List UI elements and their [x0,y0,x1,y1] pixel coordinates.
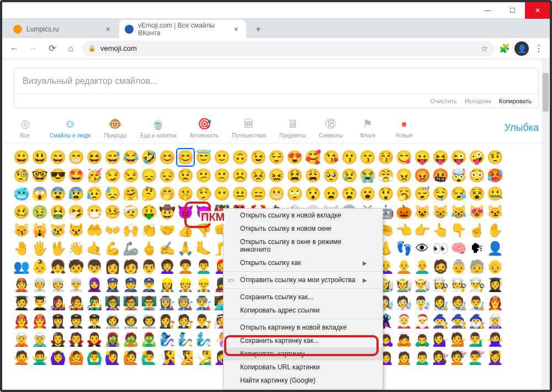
emoji-cell[interactable]: 😲 [378,186,394,202]
emoji-cell[interactable]: 😒 [123,167,139,184]
emoji-cell[interactable]: 💇‍♀️ [432,349,449,366]
emoji-cell[interactable]: 🧟‍♀️ [104,331,121,348]
emoji-cell[interactable]: 👨 [141,258,157,275]
category-Еда и напитки[interactable]: 🍵Еда и напитки [140,117,177,139]
emoji-cell[interactable]: 👮‍♂️ [141,277,157,293]
emoji-cell[interactable]: 👦 [86,258,103,275]
emoji-cell[interactable]: 🧑‍🦲 [396,258,412,275]
tab-lumpics[interactable]: Lumpics.ru × [8,20,118,38]
emoji-cell[interactable]: 🧔 [432,258,449,275]
emoji-cell[interactable]: 🧟‍♂️ [141,331,157,348]
emoji-cell[interactable]: 🧑‍⚖️ [177,313,194,330]
context-item[interactable]: Открыть ссылку в новом окне [224,222,383,235]
emoji-cell[interactable]: 🧏‍♀️ [159,349,176,366]
emoji-cell[interactable]: 😮 [359,186,376,202]
emoji-cell[interactable]: 🤫 [177,186,194,202]
reload-button[interactable]: ⟳ [44,41,60,56]
tab-vemoji[interactable]: vEmoji.com | Все смайлы ВКонта × [119,20,246,38]
emoji-cell[interactable]: 🧑‍🍳 [450,277,467,293]
emoji-cell[interactable]: 😡 [414,167,431,184]
profile-avatar[interactable]: 👤 [514,41,529,56]
emoji-cell[interactable]: 👵 [450,258,467,275]
emoji-cell[interactable]: 👨‍🎨 [469,295,485,311]
emoji-cell[interactable]: 🙅‍♀️ [487,331,503,348]
emoji-cell[interactable]: 🥳 [86,167,103,184]
omnibox[interactable]: 🔒 vemoji.com ☆ [82,41,495,56]
emoji-cell[interactable]: 🧑‍🏫 [123,295,139,311]
emoji-cell[interactable]: 😾 [68,222,84,239]
emoji-cell[interactable]: 🧑‍🦱 [177,258,194,275]
emoji-cell[interactable]: 🙅‍♂️ [31,349,48,366]
emoji-cell[interactable]: 🤐 [487,186,503,202]
context-item[interactable]: Сохранить ссылку как... [224,290,383,304]
emoji-cell[interactable]: 🧙‍♂️ [469,313,485,330]
emoji-cell[interactable]: 😝 [432,149,449,166]
emoji-cell[interactable]: 👨‍🎓 [31,295,48,311]
emoji-cell[interactable]: 👨‍🚒 [31,313,48,330]
emoji-cell[interactable]: 👍 [177,222,194,239]
emoji-cell[interactable]: 😇 [195,149,212,166]
emoji-cell[interactable]: 🙇‍♂️ [414,331,431,348]
context-item[interactable]: Открыть картинку в новой вкладке [224,321,383,334]
emoji-cell[interactable]: 🧑‍🚀 [123,313,139,330]
emoji-cell[interactable]: 😩 [305,167,321,184]
emoji-cell[interactable]: 😴 [414,186,431,202]
emoji-cell[interactable]: 🙁 [214,167,230,184]
emoji-cell[interactable]: 😗 [341,149,358,166]
emoji-cell[interactable]: 👉 [414,222,431,239]
emoji-cell[interactable]: 👩‍🎨 [432,295,449,311]
emoji-cell[interactable]: 😰 [68,186,84,202]
emoji-cell[interactable]: 😑 [250,186,267,202]
emoji-cell[interactable]: 🧝‍♀️ [487,313,503,330]
emoji-cell[interactable]: 👳‍♀️ [31,277,48,293]
emoji-cell[interactable]: 👨‍🏫 [141,295,157,311]
scroll-thumb[interactable] [543,73,549,112]
emoji-cell[interactable]: 🥱 [396,186,412,202]
emoji-cell[interactable]: 🤯 [450,167,467,184]
emoji-cell[interactable]: 👩‍🍳 [432,277,449,293]
emoji-cell[interactable]: 😈 [177,204,194,220]
emoji-cell[interactable]: 👈 [396,222,412,239]
emoji-cell[interactable]: 🧑‍🚒 [13,313,30,330]
emoji-cell[interactable]: 👣 [396,240,412,257]
emoji-cell[interactable]: 🧑 [123,258,139,275]
emoji-cell[interactable]: 👏 [141,222,157,239]
emoji-cell[interactable]: 🧕 [86,277,103,293]
emoji-cell[interactable]: 🖐 [31,240,48,257]
category-Природа[interactable]: 🐵Природа [104,117,127,139]
emoji-cell[interactable]: 🖖 [50,240,66,257]
bookmark-star-icon[interactable]: ☆ [481,44,488,54]
emoji-cell[interactable]: 🦾 [123,240,139,257]
forward-button[interactable]: → [25,41,41,56]
emoji-cell[interactable]: 🙆‍♀️ [50,349,66,366]
tab-close-icon[interactable]: × [104,24,113,35]
emoji-cell[interactable]: 💇‍♂️ [469,349,485,366]
emoji-cell[interactable]: 👨‍🔬 [414,295,431,311]
emoji-cell[interactable]: 🙂 [214,149,230,166]
emoji-cell[interactable]: 👩‍🦱 [159,258,176,275]
emoji-cell[interactable]: 🧑‍🔬 [396,295,412,311]
category-Активность[interactable]: 🎯Активность [190,117,219,139]
emoji-cell[interactable]: 😣 [250,167,267,184]
emoji-cell[interactable]: 🧐 [13,167,30,184]
emoji-cell[interactable]: 👨‍🦱 [195,258,212,275]
emoji-cell[interactable]: 🗣 [469,240,485,257]
emoji-cell[interactable]: 🤪 [469,149,485,166]
emoji-cell[interactable]: 👁 [414,240,431,257]
emoji-cell[interactable]: 😙 [359,149,376,166]
emoji-cell[interactable]: 🤑 [141,204,157,220]
emoji-cell[interactable]: 👩‍🎤 [50,295,66,311]
emoji-cell[interactable]: 😫 [286,167,303,184]
emoji-cell[interactable]: 😪 [450,186,467,202]
emoji-cell[interactable]: 👷 [177,277,194,293]
context-item[interactable]: Копировать картинку [224,347,383,361]
emoji-cell[interactable]: 🧏‍♂️ [195,349,212,366]
emoji-cell[interactable]: 👩‍🚒 [487,295,503,311]
emoji-cell[interactable]: 😃 [31,149,48,166]
emoji-cell[interactable]: 🙇 [396,331,412,348]
browser-menu-icon[interactable]: ⋮ [532,42,545,55]
emoji-cell[interactable]: 👩‍🎓 [487,277,503,293]
emoji-cell[interactable]: 🧛‍♀️ [50,331,66,348]
emoji-cell[interactable]: 🧞 [177,331,194,348]
emoji-cell[interactable]: 👩‍🚀 [104,313,121,330]
